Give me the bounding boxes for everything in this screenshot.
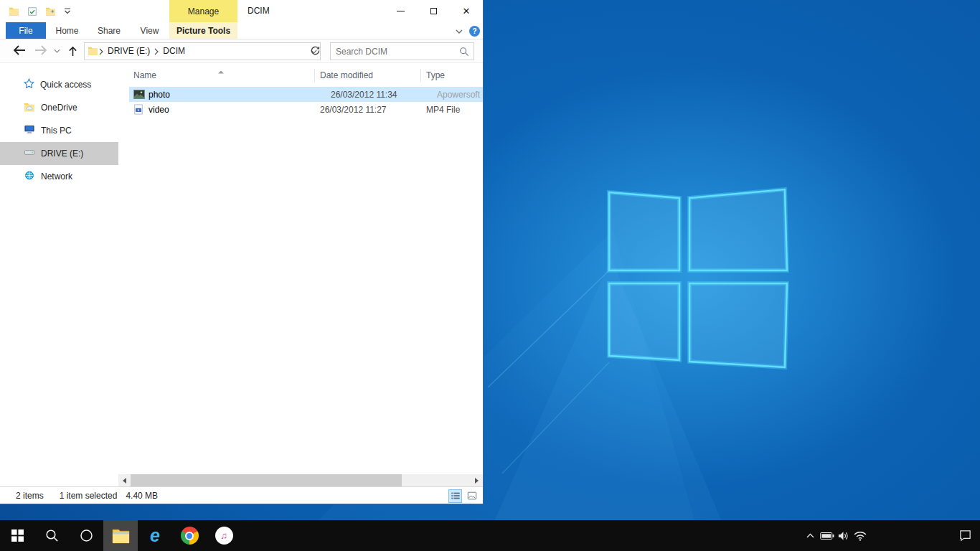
status-bar: 2 items 1 item selected 4.40 MB	[0, 486, 483, 504]
view-toggle-buttons	[448, 489, 479, 503]
column-divider[interactable]	[420, 69, 421, 82]
selection-summary: 1 item selected	[60, 491, 118, 501]
scroll-left-arrow-icon[interactable]	[118, 474, 131, 486]
sidebar-item-label: Quick access	[40, 80, 91, 90]
ribbon-right-controls: ?	[456, 22, 480, 39]
folder-icon[interactable]	[9, 6, 19, 16]
file-type: Apowersoft Pho	[437, 90, 483, 100]
star-icon	[24, 78, 34, 91]
video-file-icon	[133, 104, 145, 115]
maximize-button[interactable]	[417, 0, 450, 22]
scrollbar-thumb[interactable]	[131, 474, 402, 486]
taskbar-search-button[interactable]	[34, 520, 69, 551]
taskbar-cortana-button[interactable]	[69, 520, 103, 551]
file-explorer-window: Manage DCIM ✕ File Home Share View Pictu…	[0, 0, 484, 504]
tab-picture-tools[interactable]: Picture Tools	[169, 22, 237, 39]
navigation-bar: DRIVE (E:) DCIM	[0, 39, 483, 63]
back-arrow-icon[interactable]	[12, 44, 27, 56]
action-center-icon[interactable]	[953, 520, 977, 551]
refresh-icon[interactable]	[310, 45, 321, 58]
sidebar-item-label: Network	[41, 171, 72, 182]
taskbar-file-explorer-button[interactable]	[103, 520, 138, 551]
search-icon[interactable]	[459, 47, 469, 57]
tab-view[interactable]: View	[130, 22, 169, 39]
tab-home[interactable]: Home	[46, 22, 88, 39]
close-icon: ✕	[463, 6, 471, 16]
sidebar-item-label: This PC	[41, 126, 72, 136]
sidebar-item-onedrive[interactable]: OneDrive	[0, 96, 118, 119]
breadcrumb-dcim[interactable]: DCIM	[159, 43, 189, 60]
file-date-modified: 26/03/2012 11:27	[320, 105, 387, 115]
taskbar-start-button[interactable]	[0, 520, 34, 551]
file-explorer-icon	[112, 528, 130, 544]
scroll-right-arrow-icon[interactable]	[471, 474, 483, 486]
file-row-video[interactable]: video 26/03/2012 11:27 MP4 File	[118, 102, 483, 117]
search-icon	[45, 529, 59, 542]
window-controls: ✕	[384, 0, 483, 22]
computer-icon	[24, 124, 35, 137]
maximize-icon	[430, 8, 437, 14]
taskbar: e ♫	[0, 520, 980, 551]
column-divider[interactable]	[314, 69, 315, 82]
column-header-type[interactable]: Type	[426, 70, 445, 80]
file-date-modified: 26/03/2012 11:34	[331, 90, 397, 100]
minimize-icon	[397, 11, 405, 11]
properties-check-icon[interactable]	[27, 6, 37, 17]
new-folder-icon[interactable]	[45, 6, 56, 16]
photo-thumbnail-icon	[133, 90, 145, 99]
volume-icon[interactable]	[835, 520, 852, 551]
tab-file[interactable]: File	[6, 22, 46, 39]
title-bar: Manage DCIM ✕	[0, 0, 483, 22]
details-view-icon[interactable]	[448, 489, 462, 503]
onedrive-cloud-icon	[24, 102, 35, 114]
search-box	[330, 42, 474, 60]
address-folder-icon	[88, 46, 98, 57]
sidebar-item-label: OneDrive	[41, 103, 77, 113]
hidden-icons-chevron-icon[interactable]	[802, 520, 819, 551]
breadcrumb-drive[interactable]: DRIVE (E:)	[104, 43, 154, 60]
recent-locations-chevron-icon[interactable]	[54, 49, 60, 53]
breadcrumb-chevron-icon[interactable]	[154, 48, 159, 55]
sidebar-item-network[interactable]: Network	[0, 165, 118, 188]
file-name: photo	[149, 90, 170, 100]
customize-toolbar-chevron-icon[interactable]	[64, 8, 71, 14]
window-title: DCIM	[248, 0, 270, 22]
taskbar-ie-button[interactable]: e	[138, 520, 172, 551]
sort-ascending-icon	[217, 66, 225, 76]
network-icon	[24, 170, 35, 183]
network-wifi-icon[interactable]	[852, 520, 868, 551]
up-arrow-icon[interactable]	[67, 45, 78, 57]
address-bar[interactable]: DRIVE (E:) DCIM	[84, 42, 321, 60]
contextual-tab-header[interactable]: Manage	[169, 0, 237, 22]
sidebar-item-quick-access[interactable]: Quick access	[0, 73, 118, 96]
help-icon[interactable]: ?	[469, 26, 480, 37]
tab-share[interactable]: Share	[88, 22, 130, 39]
sidebar-item-label: DRIVE (E:)	[41, 149, 83, 159]
breadcrumb-chevron-icon[interactable]	[99, 48, 103, 55]
system-tray	[802, 520, 980, 551]
column-header-name[interactable]: Name	[133, 70, 156, 80]
sidebar-item-this-pc[interactable]: This PC	[0, 119, 118, 142]
column-headers: Name Date modified Type	[118, 66, 483, 85]
battery-icon[interactable]	[819, 520, 835, 551]
itunes-icon: ♫	[215, 527, 233, 545]
close-button[interactable]: ✕	[450, 0, 483, 22]
taskbar-chrome-button[interactable]	[172, 520, 207, 551]
file-row-photo[interactable]: photo 26/03/2012 11:34 Apowersoft Pho	[129, 87, 483, 102]
taskbar-itunes-button[interactable]: ♫	[207, 520, 241, 551]
cortana-icon	[80, 529, 93, 542]
search-input[interactable]	[331, 47, 459, 57]
file-rows: photo 26/03/2012 11:34 Apowersoft Pho vi…	[118, 87, 483, 117]
column-header-date-modified[interactable]: Date modified	[320, 70, 373, 80]
sidebar-item-drive-e[interactable]: DRIVE (E:)	[0, 142, 118, 165]
forward-arrow-icon[interactable]	[34, 44, 48, 56]
internet-explorer-icon: e	[150, 527, 160, 545]
thumbnails-view-icon[interactable]	[465, 489, 479, 503]
ribbon-tab-bar: File Home Share View Picture Tools ?	[0, 22, 483, 39]
expand-ribbon-chevron-icon[interactable]	[456, 26, 463, 36]
file-list: Name Date modified Type photo 26/03/2012…	[118, 63, 483, 474]
minimize-button[interactable]	[384, 0, 417, 22]
screen: Manage DCIM ✕ File Home Share View Pictu…	[0, 0, 980, 551]
horizontal-scrollbar[interactable]	[118, 474, 483, 486]
quick-access-toolbar	[9, 0, 71, 22]
